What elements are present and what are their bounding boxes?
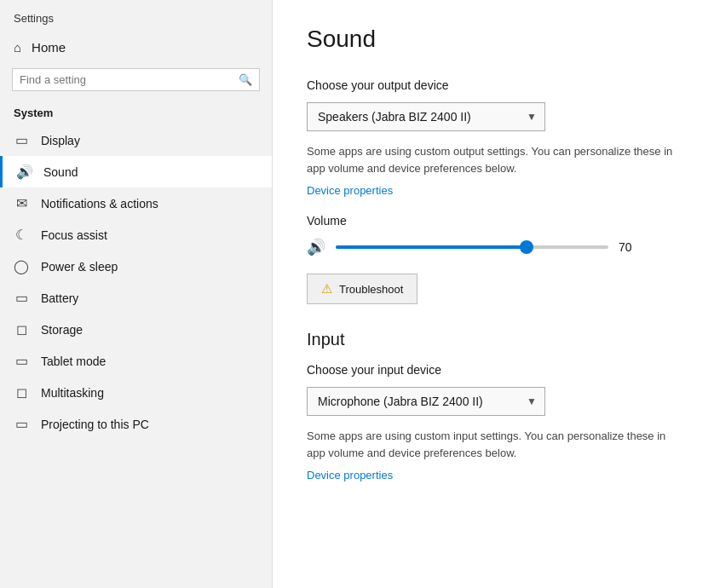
sidebar-item-notifications-label: Notifications & actions: [41, 197, 158, 210]
input-info-text: Some apps are using custom input setting…: [307, 428, 680, 461]
output-device-button[interactable]: Speakers (Jabra BIZ 2400 II): [307, 102, 545, 131]
volume-value: 70: [619, 240, 644, 254]
tablet-icon: ▭: [14, 353, 29, 369]
output-device-dropdown[interactable]: Speakers (Jabra BIZ 2400 II) ▼: [307, 102, 545, 131]
search-icon: 🔍: [239, 73, 252, 86]
system-section-label: System: [0, 100, 272, 124]
search-input[interactable]: [20, 73, 239, 86]
sidebar-item-tablet-label: Tablet mode: [41, 355, 106, 368]
volume-label: Volume: [307, 214, 680, 228]
input-section: Input Choose your input device Microphon…: [307, 330, 680, 499]
sidebar-item-display[interactable]: ▭ Display: [0, 124, 272, 156]
main-content: Sound Choose your output device Speakers…: [273, 0, 714, 588]
sidebar-item-sound[interactable]: 🔊 Sound: [0, 156, 272, 187]
slider-fill: [336, 245, 527, 249]
troubleshoot-label: Troubleshoot: [339, 283, 403, 296]
home-icon: ⌂: [14, 40, 21, 55]
volume-icon: 🔊: [307, 238, 325, 257]
sidebar-item-focus[interactable]: ☾ Focus assist: [0, 219, 272, 251]
volume-row: 🔊 70: [307, 238, 680, 257]
input-heading: Choose your input device: [307, 363, 680, 377]
sidebar-item-focus-label: Focus assist: [41, 228, 107, 242]
output-heading: Choose your output device: [307, 78, 680, 92]
output-info-text: Some apps are using custom output settin…: [307, 143, 680, 176]
output-device-properties-link[interactable]: Device properties: [307, 184, 393, 197]
power-icon: ◯: [14, 258, 29, 274]
sidebar-item-storage-label: Storage: [41, 323, 83, 337]
multitasking-icon: ◻: [14, 384, 29, 401]
sidebar-item-multitasking-label: Multitasking: [41, 386, 104, 400]
sidebar-item-display-label: Display: [41, 134, 80, 147]
display-icon: ▭: [14, 132, 29, 148]
input-section-title: Input: [307, 330, 680, 349]
sidebar-item-power[interactable]: ◯ Power & sleep: [0, 251, 272, 282]
sidebar-item-multitasking[interactable]: ◻ Multitasking: [0, 377, 272, 408]
volume-slider[interactable]: [336, 239, 608, 256]
slider-track: [336, 245, 608, 249]
input-device-dropdown[interactable]: Microphone (Jabra BIZ 2400 II) ▼: [307, 387, 545, 416]
sidebar-item-storage[interactable]: ◻ Storage: [0, 314, 272, 345]
focus-icon: ☾: [14, 227, 29, 243]
troubleshoot-button[interactable]: ⚠ Troubleshoot: [307, 274, 417, 304]
input-device-button[interactable]: Microphone (Jabra BIZ 2400 II): [307, 387, 545, 416]
app-title: Settings: [0, 0, 272, 32]
sidebar-item-projecting-label: Projecting to this PC: [41, 418, 149, 431]
sidebar-item-notifications[interactable]: ✉ Notifications & actions: [0, 187, 272, 219]
sidebar-item-tablet[interactable]: ▭ Tablet mode: [0, 345, 272, 377]
battery-icon: ▭: [14, 290, 29, 306]
home-nav-item[interactable]: ⌂ Home: [0, 32, 272, 63]
search-box[interactable]: 🔍: [12, 68, 260, 91]
notifications-icon: ✉: [14, 195, 29, 211]
sidebar-item-battery-label: Battery: [41, 291, 78, 305]
page-title: Sound: [307, 26, 680, 53]
volume-section: Volume 🔊 70: [307, 214, 680, 257]
sound-icon: 🔊: [16, 164, 32, 180]
warning-icon: ⚠: [321, 281, 332, 297]
sidebar-item-battery[interactable]: ▭ Battery: [0, 282, 272, 314]
sidebar-item-sound-label: Sound: [43, 165, 78, 179]
home-label: Home: [32, 40, 66, 55]
input-device-properties-link[interactable]: Device properties: [307, 469, 393, 481]
sidebar: Settings ⌂ Home 🔍 System ▭ Display 🔊 Sou…: [0, 0, 273, 588]
slider-thumb[interactable]: [520, 240, 533, 254]
sidebar-item-projecting[interactable]: ▭ Projecting to this PC: [0, 408, 272, 440]
sidebar-item-power-label: Power & sleep: [41, 260, 118, 274]
storage-icon: ◻: [14, 321, 29, 337]
output-section: Choose your output device Speakers (Jabr…: [307, 78, 680, 214]
projecting-icon: ▭: [14, 416, 29, 432]
